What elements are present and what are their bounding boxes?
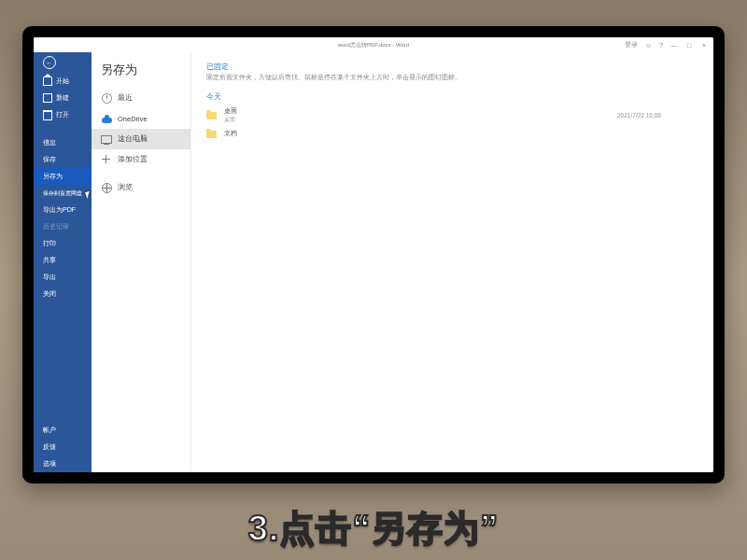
- nav-share[interactable]: 共享: [34, 252, 92, 269]
- nav-feedback[interactable]: 反馈: [34, 439, 92, 455]
- save-locations-panel: 另存为 最近 OneDrive 这台电脑 添加位置 浏览: [92, 52, 191, 472]
- nav-save[interactable]: 保存: [34, 151, 92, 168]
- nav-export-pdf[interactable]: 导出为PDF: [34, 202, 92, 218]
- loc-browse[interactable]: 浏览: [92, 177, 190, 198]
- folder-name: 桌面: [224, 106, 336, 116]
- login-link[interactable]: 登录: [625, 40, 638, 49]
- cloud-icon: [102, 118, 112, 123]
- face-icon[interactable]: ☺: [645, 42, 652, 49]
- close-button[interactable]: ×: [700, 42, 708, 49]
- folder-name: 文档: [224, 129, 336, 138]
- loc-this-pc[interactable]: 这台电脑: [92, 129, 190, 149]
- document-title: word怎么转PDF.docx - Word: [338, 41, 409, 49]
- page-title: 另存为: [92, 62, 190, 88]
- nav-history: 历史记录: [34, 218, 92, 235]
- nav-print[interactable]: 打印: [34, 235, 92, 252]
- back-button[interactable]: ←: [34, 52, 92, 73]
- loc-onedrive[interactable]: OneDrive: [92, 108, 190, 129]
- loc-recent[interactable]: 最近: [92, 88, 190, 108]
- browse-icon: [102, 183, 112, 193]
- folder-sub: 桌面: [224, 116, 336, 124]
- monitor-frame: word怎么转PDF.docx - Word 登录 ☺ ? — □ × ← 开始…: [22, 26, 725, 483]
- folder-icon: [206, 112, 217, 119]
- folder-list-panel: 已固定 固定所需文件夹，方便以后查找。鼠标悬停在某个文件夹上方时，单击显示的图钉…: [191, 52, 713, 472]
- open-icon: [43, 110, 52, 120]
- maximize-button[interactable]: □: [685, 42, 693, 49]
- nav-save-baidu[interactable]: 保存到百度网盘: [34, 185, 92, 202]
- nav-home[interactable]: 开始: [34, 73, 92, 90]
- pinned-heading: 已固定: [206, 62, 698, 72]
- folder-row[interactable]: 文档: [206, 124, 698, 143]
- back-arrow-icon: ←: [43, 56, 56, 69]
- plus-icon: [102, 155, 111, 164]
- folder-date: 2021/7/22 16:08: [617, 112, 661, 119]
- today-heading: 今天: [206, 91, 698, 102]
- nav-info[interactable]: 信息: [34, 134, 92, 151]
- tutorial-caption: 3.点击“另存为”: [0, 505, 747, 553]
- nav-export[interactable]: 导出: [34, 269, 92, 286]
- new-icon: [43, 93, 52, 103]
- nav-new[interactable]: 新建: [34, 90, 92, 106]
- backstage-sidebar: ← 开始 新建 打开 信息 保存 另存为 保存到百度网盘 导出为PDF 历史记录…: [34, 52, 92, 472]
- minimize-button[interactable]: —: [670, 42, 678, 49]
- folder-icon: [206, 131, 217, 138]
- nav-account[interactable]: 帐户: [34, 422, 92, 439]
- pinned-description: 固定所需文件夹，方便以后查找。鼠标悬停在某个文件夹上方时，单击显示的图钉图标。: [206, 74, 698, 82]
- clock-icon: [102, 93, 112, 104]
- titlebar-right: 登录 ☺ ? — □ ×: [625, 37, 708, 52]
- screen: word怎么转PDF.docx - Word 登录 ☺ ? — □ × ← 开始…: [34, 37, 713, 472]
- pc-icon: [101, 135, 112, 144]
- title-bar: word怎么转PDF.docx - Word 登录 ☺ ? — □ ×: [34, 37, 713, 52]
- nav-close[interactable]: 关闭: [34, 286, 92, 302]
- help-icon[interactable]: ?: [659, 42, 663, 49]
- folder-row[interactable]: 桌面 桌面 2021/7/22 16:08: [206, 105, 698, 124]
- nav-save-as[interactable]: 另存为: [34, 168, 92, 185]
- nav-options[interactable]: 选项: [34, 455, 92, 472]
- home-icon: [43, 77, 52, 86]
- loc-add-place[interactable]: 添加位置: [92, 149, 190, 170]
- nav-open[interactable]: 打开: [34, 106, 92, 123]
